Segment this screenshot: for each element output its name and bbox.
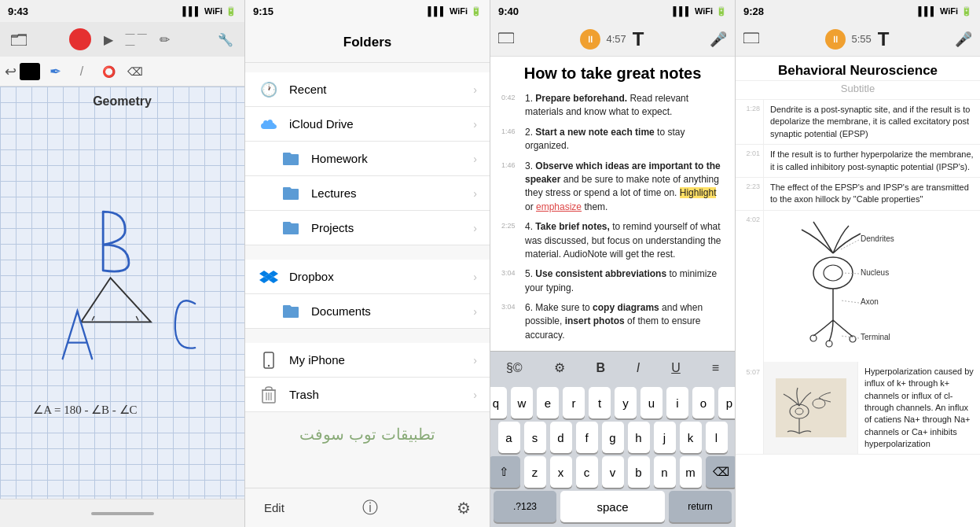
key-e[interactable]: e: [537, 387, 559, 418]
black-color-tool[interactable]: [20, 63, 40, 80]
folder-trash[interactable]: Trash ›: [245, 378, 490, 412]
eraser-tool[interactable]: ⌫: [123, 61, 147, 83]
key-g[interactable]: g: [602, 422, 624, 453]
record-button[interactable]: [69, 28, 91, 50]
key-i[interactable]: i: [666, 387, 688, 418]
key-r[interactable]: r: [563, 387, 585, 418]
panel4-pause-button[interactable]: ⏸: [825, 29, 846, 50]
signal-icon: ▌▌▌: [918, 6, 936, 16]
documents-chevron: ›: [473, 305, 477, 318]
panel4-folder-icon[interactable]: [743, 31, 759, 47]
panel1-time: 9:43: [8, 6, 28, 17]
key-u[interactable]: u: [640, 387, 663, 418]
edit-button[interactable]: Edit: [264, 501, 284, 514]
panel3-mic-icon[interactable]: 🎤: [710, 31, 727, 48]
folder-homework[interactable]: Homework ›: [245, 142, 490, 176]
folder-projects[interactable]: Projects ›: [245, 211, 490, 245]
folder-documents[interactable]: Documents ›: [245, 294, 490, 329]
underline-button[interactable]: U: [666, 356, 685, 380]
bold-button[interactable]: B: [591, 356, 610, 380]
pen-tool-button[interactable]: ✏: [154, 28, 176, 50]
italic-button[interactable]: I: [632, 356, 644, 380]
key-w[interactable]: w: [511, 387, 533, 418]
backspace-key[interactable]: ⌫: [706, 456, 736, 488]
key-c[interactable]: c: [576, 456, 598, 488]
svg-point-16: [813, 257, 853, 289]
lasso-tool[interactable]: ⭕: [97, 61, 120, 83]
key-f[interactable]: f: [576, 422, 598, 453]
geometry-canvas[interactable]: Geometry ∠A = 180 - ∠B - ∠C: [0, 87, 244, 499]
key-x[interactable]: x: [550, 456, 572, 488]
neuro-time-3: 2:23: [736, 178, 764, 210]
key-h[interactable]: h: [628, 422, 650, 453]
key-s[interactable]: s: [524, 422, 546, 453]
folder-lectures[interactable]: Lectures ›: [245, 176, 490, 211]
key-d[interactable]: d: [550, 422, 572, 453]
folder-recent[interactable]: 🕐 Recent ›: [245, 72, 490, 107]
neuro-hyperpol-text: Hyperpolarization caused by influx of k+…: [858, 362, 980, 455]
dropbox-chevron: ›: [473, 271, 477, 283]
neuro-content-area[interactable]: Behavioral Neuroscience Subtitle 1:28 De…: [736, 57, 980, 527]
panel1-bottom-bar: [0, 499, 244, 527]
folder-dropbox[interactable]: Dropbox ›: [245, 260, 490, 294]
shift-key[interactable]: ⇧: [490, 456, 520, 488]
pen-tool[interactable]: ✒: [43, 61, 67, 83]
key-k[interactable]: k: [680, 422, 702, 453]
pause-button[interactable]: ⏸: [580, 29, 600, 50]
lectures-chevron: ›: [473, 187, 477, 200]
panel3-status-icons: ▌▌▌ WiFi 🔋: [673, 6, 727, 17]
note-entry-3: 1:46 3. Observe which ideas are importan…: [501, 160, 724, 215]
settings-button[interactable]: ⚙: [549, 356, 570, 380]
neuro-text-3: The effect of the EPSP's and IPSP's are …: [764, 178, 980, 210]
key-b[interactable]: b: [628, 456, 650, 488]
neuro-text-1: Dendrite is a post-synaptic site, and if…: [764, 100, 980, 144]
space-key[interactable]: space: [560, 491, 665, 522]
panel4-text-mode-button[interactable]: T: [878, 28, 890, 50]
svg-rect-14: [498, 33, 514, 43]
key-o[interactable]: o: [692, 387, 714, 418]
notes-content-area[interactable]: How to take great notes 0:42 1. Prepare …: [490, 57, 735, 351]
key-t[interactable]: t: [589, 387, 611, 418]
folder-homework-label: Homework: [311, 152, 473, 165]
key-n[interactable]: n: [654, 456, 676, 488]
key-y[interactable]: y: [615, 387, 637, 418]
num-key[interactable]: .?123: [494, 491, 556, 522]
panel2-bottom-toolbar: Edit ⓘ ⚙: [245, 488, 490, 527]
timeline-button[interactable]: — — —: [126, 28, 148, 50]
note-entry-1: 0:42 1. Prepare beforehand. Read relevan…: [501, 92, 724, 120]
info-icon[interactable]: ⓘ: [362, 497, 378, 518]
play-button[interactable]: ▶: [97, 28, 119, 50]
key-j[interactable]: j: [654, 422, 676, 453]
settings-icon[interactable]: 🔧: [215, 28, 237, 50]
key-m[interactable]: m: [680, 456, 702, 488]
text-mode-button[interactable]: T: [633, 28, 644, 50]
key-p[interactable]: p: [718, 387, 736, 418]
panel3-folder-icon[interactable]: [498, 31, 514, 47]
folder-icon[interactable]: [8, 28, 30, 50]
svg-point-17: [824, 265, 842, 281]
panel4-time: 9:28: [743, 6, 764, 17]
panel4-mic-icon[interactable]: 🎤: [955, 31, 972, 48]
special-chars-button[interactable]: §©: [501, 356, 527, 380]
note-entry-4: 2:25 4. Take brief notes, to remind your…: [501, 220, 724, 261]
key-q[interactable]: q: [490, 387, 507, 418]
neuroscience-panel: 9:28 ▌▌▌ WiFi 🔋 ⏸ 5:55 T 🎤 Behavioral Ne…: [736, 0, 980, 527]
folder-section-gap: [245, 245, 490, 260]
undo-button[interactable]: ↩: [5, 63, 17, 80]
folder-icloud[interactable]: iCloud Drive ›: [245, 107, 490, 142]
note-time-6: 3:04: [501, 301, 525, 342]
folder-iphone[interactable]: My iPhone ›: [245, 343, 490, 378]
key-a[interactable]: a: [498, 422, 520, 453]
key-l[interactable]: l: [706, 422, 728, 453]
svg-text:Nucleus: Nucleus: [861, 268, 889, 277]
svg-line-26: [842, 273, 859, 274]
homework-icon: [280, 148, 302, 170]
return-key[interactable]: return: [669, 491, 732, 522]
gear-icon[interactable]: ⚙: [457, 499, 471, 518]
key-v[interactable]: v: [602, 456, 624, 488]
folder-documents-label: Documents: [311, 304, 473, 318]
key-z[interactable]: z: [524, 456, 546, 488]
list-button[interactable]: ≡: [707, 356, 724, 380]
pencil-tool[interactable]: /: [70, 61, 94, 83]
trash-icon: [258, 384, 280, 406]
